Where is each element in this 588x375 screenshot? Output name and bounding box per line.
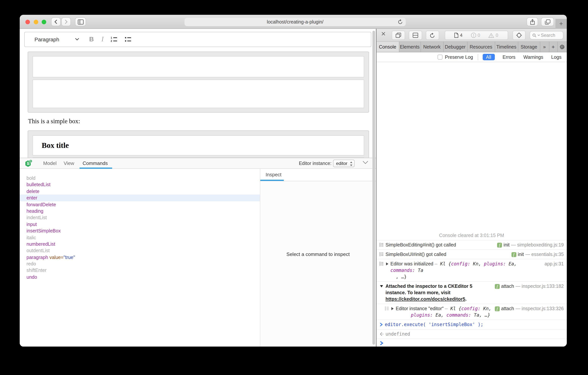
search-placeholder: Search	[541, 33, 555, 38]
ckeditor-docs-link[interactable]: https://ckeditor.com/docs/ckeditor5	[386, 296, 465, 302]
issues-summary-group[interactable]: 4 0	[445, 31, 508, 40]
command-item-forwardDelete[interactable]: forwardDelete	[20, 201, 260, 208]
inspector-tab-commands[interactable]: Commands	[83, 158, 108, 169]
share-icon	[530, 19, 535, 25]
devtools-settings-button[interactable]	[557, 42, 567, 52]
simple-box-widget[interactable]	[28, 52, 369, 113]
simple-box-title-field[interactable]	[32, 56, 364, 77]
console-command-text[interactable]: editor.execute( 'insertSimpleBox' );	[385, 321, 564, 328]
inspect-pane-header: Inspect	[260, 169, 376, 181]
source-location[interactable]: — essentials.js:35	[525, 251, 564, 258]
preserve-log-label: Preserve Log	[445, 55, 473, 60]
command-item-shiftEnter[interactable]: shiftEnter	[20, 267, 260, 274]
devtools-search-field[interactable]: Search	[529, 31, 563, 39]
reload-page-button[interactable]	[426, 31, 439, 40]
select-stepper-icon	[350, 161, 353, 166]
bulleted-list-button[interactable]	[125, 37, 132, 42]
back-button[interactable]	[51, 17, 61, 26]
heading-dropdown[interactable]: Paragraph	[34, 36, 59, 43]
command-item-bulletedList[interactable]: bulletedList	[20, 181, 260, 188]
safari-window: localhost/creating-a-plugin/	[20, 15, 567, 347]
reload-icon	[430, 33, 435, 38]
log-message: Editor was initialized – Kl {config: Kn,…	[390, 261, 542, 280]
command-item-undo[interactable]: undo	[20, 274, 260, 280]
inspect-pane: Inspect Select a command to inspect	[260, 169, 376, 346]
filter-errors[interactable]: Errors	[503, 55, 515, 60]
editor-instance-select[interactable]: editor	[333, 160, 355, 167]
preserve-log-checkbox[interactable]	[438, 55, 443, 60]
page-scrollbar[interactable]	[372, 31, 375, 345]
command-item-delete[interactable]: delete	[20, 188, 260, 195]
source-location[interactable]: app.js:31	[545, 261, 564, 267]
address-bar[interactable]: localhost/creating-a-plugin/	[185, 18, 406, 26]
command-item-italic[interactable]: italic	[20, 234, 260, 241]
command-item-redo[interactable]: redo	[20, 261, 260, 267]
forward-button[interactable]	[61, 17, 71, 26]
devtools-tab-timelines[interactable]: Timelines	[495, 42, 518, 52]
filter-logs[interactable]: Logs	[551, 55, 561, 60]
error-count: 0	[478, 33, 480, 38]
command-item-enter[interactable]: enter	[20, 195, 260, 201]
chevron-down-icon[interactable]	[75, 38, 79, 41]
window-content: Paragraph B I 1 2	[20, 29, 567, 347]
collapse-inspector-button[interactable]	[363, 161, 368, 164]
devtools-tab-resources[interactable]: Resources	[467, 42, 495, 52]
tab-overview-button[interactable]	[541, 17, 554, 26]
more-tabs-button[interactable]: »	[540, 42, 549, 52]
devtools-tab-storage[interactable]: Storage	[518, 42, 540, 52]
command-item-indentList[interactable]: indentList	[20, 214, 260, 221]
devtools-tab-console[interactable]: Console	[376, 42, 399, 52]
simple-box-description-field[interactable]	[32, 80, 364, 108]
command-item-insertSimpleBox[interactable]: insertSimpleBox	[20, 228, 260, 234]
zoom-window-button[interactable]	[42, 20, 46, 24]
inspector-header: 5 Model View Commands Editor instance: e…	[20, 158, 376, 169]
box-title-text[interactable]: Box title	[42, 141, 69, 150]
bulleted-list-icon	[125, 37, 132, 42]
simple-box-title-field-2[interactable]: Box title	[32, 135, 364, 155]
simple-box-widget-2[interactable]: Box title	[28, 131, 369, 158]
close-window-button[interactable]	[25, 20, 30, 24]
command-item-outdentList[interactable]: outdentList	[20, 247, 260, 254]
expand-triangle-icon[interactable]	[391, 307, 393, 310]
devtools-tab-elements[interactable]: Elements	[399, 42, 421, 52]
inspector-tab-model[interactable]: Model	[43, 158, 57, 169]
warning-count: 0	[496, 33, 498, 38]
command-item-numberedList[interactable]: numberedList	[20, 241, 260, 247]
search-icon	[532, 33, 536, 37]
console-prompt-row[interactable]	[376, 339, 567, 347]
titlebar: localhost/creating-a-plugin/	[20, 15, 567, 29]
share-button[interactable]	[527, 17, 538, 26]
element-picker-button[interactable]	[512, 31, 525, 40]
filter-all[interactable]: All	[483, 54, 495, 60]
sidebar-toggle-button[interactable]	[75, 17, 86, 26]
numbered-list-button[interactable]: 1 2	[110, 37, 118, 42]
split-view-icon	[412, 33, 418, 38]
new-tab-button[interactable]: +	[556, 19, 567, 29]
expand-triangle-icon[interactable]	[386, 262, 388, 265]
command-item-paragraph[interactable]: paragraph value="true"	[20, 254, 260, 261]
command-item-input[interactable]: input	[20, 221, 260, 228]
dock-bottom-button[interactable]	[409, 31, 422, 40]
dock-side-button[interactable]	[392, 31, 405, 40]
filter-warnings[interactable]: Warnings	[523, 55, 543, 60]
devtools-tab-debugger[interactable]: Debugger	[443, 42, 467, 52]
reload-button[interactable]	[398, 19, 403, 24]
minimize-window-button[interactable]	[34, 20, 38, 24]
command-item-heading[interactable]: heading	[20, 208, 260, 214]
editor-paragraph[interactable]: This is a simple box:	[28, 118, 80, 125]
add-devtools-tab-button[interactable]: +	[549, 42, 557, 52]
bold-button[interactable]: B	[89, 36, 94, 43]
svg-text:1: 1	[110, 37, 112, 39]
inspector-tab-view[interactable]: View	[64, 158, 74, 169]
source-location[interactable]: — simpleboxediting.js:19	[511, 242, 564, 248]
collapse-triangle-icon[interactable]	[380, 285, 383, 287]
source-location[interactable]: — inspector.js:133:182	[516, 283, 564, 289]
close-devtools-button[interactable]	[381, 32, 386, 36]
italic-button[interactable]: I	[101, 35, 104, 44]
ckeditor-inspector-panel: 5 Model View Commands Editor instance: e…	[20, 158, 376, 346]
command-item-bold[interactable]: bold	[20, 175, 260, 181]
console-result-text: undefined	[386, 331, 564, 337]
devtools-tab-network[interactable]: Network	[421, 42, 443, 52]
log-message: SimpleBoxUI#init() got called	[386, 251, 509, 258]
source-location[interactable]: — inspector.js:133:326	[516, 305, 564, 312]
